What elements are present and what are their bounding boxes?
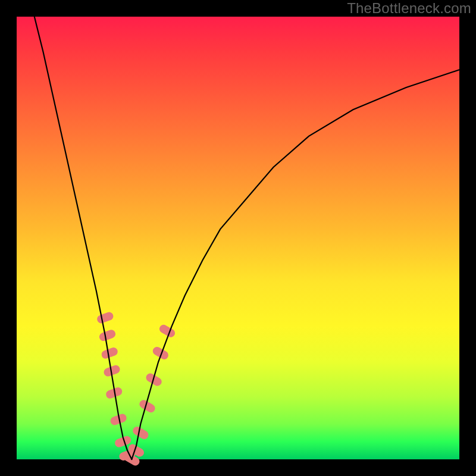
curves-svg [17,17,459,459]
marker-blob [98,328,117,342]
plot-area [17,17,459,459]
marker-blob [158,323,176,339]
marker-blob [131,425,150,440]
marker-blob [101,346,119,360]
marker-blob [96,311,114,325]
watermark-text: TheBottleneck.com [347,0,471,17]
curve-right-branch [131,70,459,459]
marker-blob [151,345,170,361]
outer-frame: TheBottleneck.com [0,0,476,476]
